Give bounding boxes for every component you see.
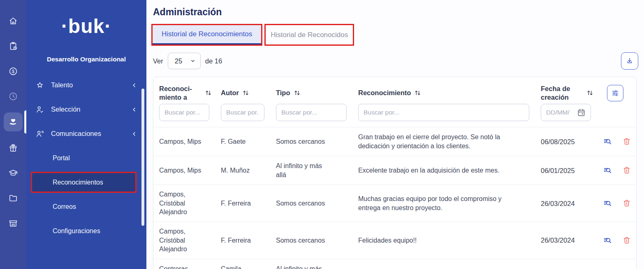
rail-item-recognitions[interactable] [0, 109, 26, 135]
rail-item-documents[interactable] [0, 185, 26, 211]
sort-icon[interactable] [294, 89, 301, 96]
rail-item-training[interactable] [0, 160, 26, 185]
tabs: Historial de Reconocimientos Historial d… [151, 24, 637, 46]
icon-rail: $ [0, 0, 26, 269]
rail-item-organization[interactable] [0, 211, 26, 236]
buk-logo: ·buk· [26, 15, 146, 37]
clipboard-clock-icon [8, 41, 18, 51]
sort-icon[interactable] [242, 89, 249, 96]
home-icon [8, 16, 18, 26]
annotation-box-tab-historial-reconocimientos: Historial de Reconocimientos [151, 24, 262, 46]
cell-actions [597, 132, 637, 151]
tab-historial-de-reconocidos[interactable]: Historial de Reconocidos [266, 25, 353, 44]
rail-item-home[interactable] [0, 8, 26, 33]
cell-date: 06/08/2025 [535, 132, 597, 151]
download-button[interactable] [621, 52, 638, 70]
sidebar-item-talento[interactable]: Talento [26, 73, 146, 97]
rail-item-payments[interactable]: $ [0, 58, 26, 84]
calendar-icon [577, 108, 586, 117]
table-row: Campos, Cristóbal Alejandro F. Ferreira … [153, 185, 636, 222]
view-detail-icon[interactable] [603, 199, 612, 208]
column-header-tipo: Tipo [270, 80, 352, 101]
filter-input-tipo[interactable] [276, 104, 347, 121]
user-check-icon [35, 105, 45, 114]
folder-icon [8, 193, 18, 203]
sort-icon[interactable] [586, 89, 593, 96]
cell-type: Somos cercanos [270, 194, 352, 213]
cell-actions [597, 194, 637, 213]
chevron-left-icon [131, 106, 137, 113]
sidebar-item-configuraciones[interactable]: Configuraciones [26, 219, 146, 243]
sidebar-item-correos[interactable]: Correos [26, 194, 146, 219]
ver-label: Ver [153, 57, 163, 65]
main-content: Administración Historial de Reconocimien… [146, 0, 644, 269]
delete-icon[interactable] [623, 199, 631, 208]
sidebar-item-seleccion[interactable]: Selección [26, 97, 146, 122]
cell-message: Muchas gracias equipo por todo el compro… [352, 189, 535, 217]
column-settings-button[interactable] [607, 85, 623, 101]
cell-actions [597, 161, 637, 180]
sort-icon[interactable] [414, 89, 421, 96]
sidebar-item-label: Correos [53, 203, 76, 211]
cell-date: 26/03/2024 [535, 231, 597, 250]
annotation-box-tab-historial-reconocidos: Historial de Reconocidos [264, 24, 354, 46]
star-icon [35, 81, 45, 90]
hand-heart-icon [4, 112, 23, 131]
sidebar-item-portal[interactable]: Portal [26, 146, 146, 170]
page-size-select[interactable]: 25 [168, 53, 201, 69]
chevron-left-icon [131, 131, 137, 137]
delete-icon[interactable] [623, 166, 631, 175]
total-count-label: de 16 [205, 57, 222, 65]
sidebar-item-label: Selección [51, 105, 81, 113]
cell-message: prueba [352, 264, 535, 269]
sidebar-scrollbar[interactable] [141, 89, 144, 226]
sidebar-item-label: Portal [53, 154, 70, 162]
sidebar-item-comunicaciones[interactable]: Comunicaciones [26, 122, 146, 146]
chevron-left-icon [131, 82, 137, 89]
delete-icon[interactable] [623, 137, 631, 146]
page-title: Administración [153, 7, 637, 18]
cell-recipient: Campos, Mips [153, 132, 215, 151]
cell-recipient: Contreras, Paulina [153, 260, 215, 269]
column-header-reconocimiento-a: Reconoci-miento a [153, 80, 215, 101]
sidebar-item-reconocimientos[interactable]: Reconocimientos [32, 173, 135, 192]
table-row: Campos, Mips F. Gaete Somos cercanos Gra… [153, 127, 636, 156]
page-size-value: 25 [175, 57, 182, 65]
rail-item-benefits[interactable] [0, 135, 26, 160]
cell-date: 26/03/2024 [535, 194, 597, 213]
sliders-icon [611, 89, 620, 98]
tab-historial-de-reconocimientos[interactable]: Historial de Reconocimientos [153, 25, 261, 44]
cell-type: Al infinito y más allá [270, 157, 352, 184]
rail-item-tasks[interactable] [0, 33, 26, 58]
view-detail-icon[interactable] [603, 236, 612, 245]
column-header-autor: Autor [215, 80, 270, 101]
cell-actions [597, 264, 637, 269]
rail-item-time[interactable] [0, 84, 26, 109]
cell-recipient: Campos, Mips [153, 161, 215, 180]
chevron-down-icon [190, 58, 196, 64]
sort-icon[interactable] [205, 89, 212, 96]
sidebar-menu: Talento Selección Comunicaciones Por [26, 73, 146, 243]
filter-input-autor[interactable] [221, 104, 264, 121]
download-icon [625, 56, 634, 65]
view-detail-icon[interactable] [603, 137, 612, 146]
graduation-cap-icon [8, 168, 18, 178]
sidebar-item-label: Comunicaciones [51, 130, 101, 138]
cell-author: F. Ferreira [215, 231, 270, 250]
filter-input-reconocimiento[interactable] [358, 104, 529, 121]
date-placeholder: DD/MM/ [546, 109, 577, 116]
filter-input-reconocimiento-a[interactable] [159, 104, 209, 121]
cell-date: 29/07/2024 [535, 264, 597, 269]
filter-date-input[interactable]: DD/MM/ [541, 104, 591, 121]
cell-actions [597, 231, 637, 250]
module-title: Desarrollo Organizacional [26, 56, 146, 63]
cell-author: F. Ferreira [215, 194, 270, 213]
cell-recipient: Campos, Cristóbal Alejandro [153, 222, 215, 259]
column-header-reconocimiento: Reconocimiento [352, 80, 535, 101]
view-detail-icon[interactable] [603, 166, 612, 175]
cell-message: Excelente trabajo en la adquisición de e… [352, 161, 535, 180]
cell-message: Felicidades equipo!! [352, 231, 535, 250]
delete-icon[interactable] [623, 236, 631, 245]
storefront-icon [8, 218, 18, 228]
cell-type: Somos cercanos [270, 132, 352, 151]
